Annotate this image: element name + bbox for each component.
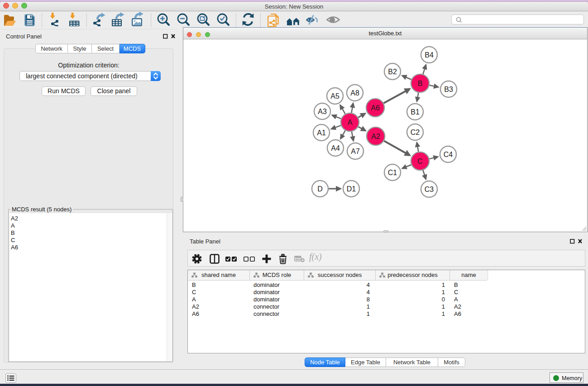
svg-text:A: A [348,119,353,126]
svg-text:A4: A4 [331,144,340,152]
svg-text:C3: C3 [425,186,434,193]
svg-text:C2: C2 [411,129,420,136]
svg-text:A5: A5 [330,92,339,100]
svg-text:A3: A3 [318,108,327,115]
svg-text:A6: A6 [371,104,380,112]
svg-text:B4: B4 [425,51,434,59]
svg-text:A8: A8 [350,89,359,97]
svg-text:D: D [317,185,323,193]
svg-text:C: C [417,157,423,165]
svg-text:B: B [418,80,423,87]
svg-text:A2: A2 [371,133,380,140]
svg-text:B3: B3 [444,86,453,93]
svg-text:B2: B2 [388,68,397,76]
svg-text:B1: B1 [411,108,420,116]
svg-text:D1: D1 [347,185,356,193]
svg-text:A1: A1 [317,129,326,137]
svg-text:C4: C4 [444,151,453,158]
svg-text:A7: A7 [351,148,360,155]
svg-text:C1: C1 [388,169,397,176]
